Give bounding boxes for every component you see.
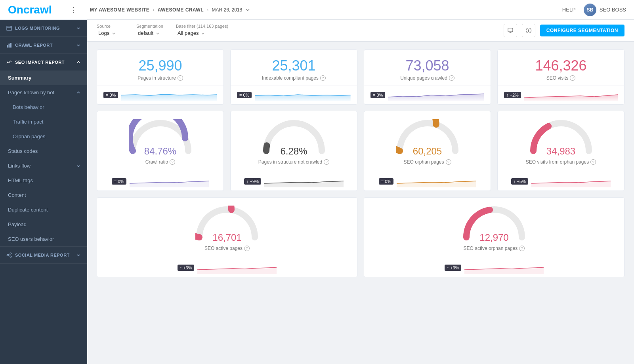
calendar-icon: [6, 25, 12, 31]
sidebar-item-bots-behavior[interactable]: Bots behavior: [0, 100, 87, 114]
user-name: SEO BOSS: [600, 7, 626, 13]
base-filter-label: Base filter (114,163 pages): [176, 24, 228, 29]
presentation-icon: [507, 27, 514, 34]
chevron-down-icon: [76, 164, 81, 168]
traffic-impact-label: Traffic impact: [13, 119, 43, 125]
svg-point-8: [10, 256, 11, 257]
base-filter-select[interactable]: All pages: [176, 29, 228, 37]
sparkline-svg: [121, 89, 217, 101]
gauge-wrapper: 84.76%: [129, 119, 192, 157]
main-layout: LOGS MONITORING CRAWL REPORT SEO IMPACT …: [0, 20, 634, 364]
gauge-cards-row: 84.76% Crawl ratio ? = 0%: [97, 111, 624, 191]
seo-impact-report-label: SEO IMPACT REPORT: [15, 60, 65, 65]
orphan-pages-label: Orphan pages: [13, 133, 45, 139]
gauge-label: Crawl ratio ?: [145, 159, 175, 165]
card-footer: ↑ +2%: [504, 86, 618, 104]
gauge-card: 16,701 SEO active pages ? ↑ +3%: [97, 197, 357, 277]
gauge-label: SEO orphan pages ?: [403, 159, 451, 165]
card-indexable-compliant: 25,301 Indexable compliant pages ? = 0%: [230, 50, 357, 105]
configure-segmentation-btn[interactable]: CONFIGURE SEGMENTATION: [540, 25, 624, 36]
gauge-wrapper: 12,970: [462, 206, 526, 243]
sidebar-item-seo-users[interactable]: SEO users behavior: [0, 232, 87, 246]
sidebar-item-social-media[interactable]: SOCIAL MEDIA REPORT: [0, 247, 87, 263]
pages-in-structure-value: 25,990: [103, 58, 217, 74]
help-circle-icon[interactable]: ?: [519, 246, 525, 251]
topbar-right: HELP SB SEO BOSS: [562, 4, 626, 16]
card-seo-visits: 146,326 SEO visits ? ↑ +2%: [497, 50, 624, 105]
svg-point-17: [528, 29, 529, 30]
sidebar-item-logs-monitoring[interactable]: LOGS MONITORING: [0, 20, 87, 36]
dots-menu[interactable]: ⋮: [69, 5, 78, 15]
segmentation-filter: Segmentation default: [136, 24, 168, 37]
pages-in-structure-label: Pages in structure ?: [103, 75, 217, 81]
sidebar-item-summary[interactable]: Summary: [0, 71, 87, 85]
breadcrumb-site[interactable]: MY AWESOME WEBSITE: [90, 7, 149, 13]
content-area: Source Logs Segmentation default Base fi…: [87, 20, 634, 364]
base-filter-value: All pages: [178, 30, 199, 36]
pages-known-label: Pages known by bot: [8, 90, 54, 95]
svg-marker-19: [255, 95, 351, 101]
badge-up: ↑ +2%: [504, 92, 521, 98]
chevron-down-icon: [245, 8, 250, 12]
help-circle-icon[interactable]: ?: [178, 75, 183, 81]
help-circle-icon[interactable]: ?: [446, 159, 451, 165]
gauge-sparkline-svg: [130, 175, 209, 187]
gauge-card: 6.28% Pages in structure not crawled ? ↑…: [230, 111, 357, 191]
gauge-sparkline-svg: [264, 175, 344, 187]
help-circle-icon[interactable]: ?: [324, 159, 329, 165]
logo-text: Oncrawl: [8, 4, 52, 16]
help-circle-icon[interactable]: ?: [170, 159, 175, 165]
segmentation-select[interactable]: default: [136, 29, 168, 37]
gauge-value: 12,970: [462, 232, 526, 243]
help-circle-icon[interactable]: ?: [244, 246, 250, 251]
sidebar-item-html-tags[interactable]: HTML tags: [0, 173, 87, 188]
topbar-divider: [62, 4, 62, 16]
svg-marker-24: [397, 181, 476, 187]
sidebar-item-payload[interactable]: Payload: [0, 217, 87, 232]
sidebar-item-traffic-impact[interactable]: Traffic impact: [0, 114, 87, 129]
svg-point-7: [10, 253, 11, 254]
sidebar-item-orphan-pages[interactable]: Orphan pages: [0, 129, 87, 144]
gauge-wrapper: 60,205: [396, 119, 459, 157]
help-link[interactable]: HELP: [562, 7, 576, 13]
card-pages-in-structure: 25,990 Pages in structure ? = 0%: [97, 50, 224, 105]
gauge-value: 84.76%: [129, 146, 192, 157]
gauge-cards-row-3: 16,701 SEO active pages ? ↑ +3%: [97, 197, 624, 277]
sidebar-item-links-flow[interactable]: Links flow: [0, 158, 87, 173]
gauge-card: 84.76% Crawl ratio ? = 0%: [97, 111, 224, 191]
sparkline: [255, 89, 351, 101]
chevron-down-icon: [76, 253, 81, 257]
presentation-icon-btn[interactable]: [504, 24, 517, 37]
gauge-sparkline-svg: [531, 175, 611, 187]
help-circle-icon[interactable]: ?: [449, 75, 454, 81]
gauge-value: 34,983: [529, 146, 593, 157]
info-icon-btn[interactable]: [522, 24, 535, 37]
sidebar-section-logs: LOGS MONITORING: [0, 20, 87, 37]
sidebar-item-seo-impact-report[interactable]: SEO IMPACT REPORT: [0, 54, 87, 71]
help-circle-icon[interactable]: ?: [590, 159, 596, 165]
gauge-wrapper: 16,701: [195, 206, 259, 243]
sidebar-item-duplicate-content[interactable]: Duplicate content: [0, 202, 87, 217]
sidebar-item-content[interactable]: Content: [0, 188, 87, 202]
source-select[interactable]: Logs: [97, 29, 128, 37]
breadcrumb-date[interactable]: MAR 26, 2018: [212, 7, 243, 13]
breadcrumb-crawl[interactable]: AWESOME CRAWL: [158, 7, 204, 13]
payload-label: Payload: [8, 221, 27, 227]
card-footer: ↑ +9%: [244, 172, 344, 191]
bar-chart-icon: [6, 42, 12, 48]
sidebar: LOGS MONITORING CRAWL REPORT SEO IMPACT …: [0, 20, 87, 364]
chevron-down-icon: [156, 31, 160, 35]
gauge-card: 34,983 SEO visits from orphan pages ? ↑ …: [497, 111, 624, 191]
sidebar-item-crawl-report[interactable]: CRAWL REPORT: [0, 37, 87, 53]
help-circle-icon[interactable]: ?: [320, 75, 326, 81]
breadcrumb: MY AWESOME WEBSITE › AWESOME CRAWL › MAR…: [90, 7, 562, 13]
card-unique-pages-crawled: 73,058 Unique pages crawled ? = 0%: [364, 50, 491, 105]
summary-label: Summary: [8, 75, 31, 81]
sidebar-item-status-codes[interactable]: Status codes: [0, 144, 87, 158]
chevron-down-icon: [201, 31, 205, 35]
sidebar-section-social: SOCIAL MEDIA REPORT: [0, 247, 87, 264]
help-circle-icon[interactable]: ?: [570, 75, 575, 81]
gauge-badge: = 0%: [379, 178, 393, 185]
sidebar-item-pages-known[interactable]: Pages known by bot: [0, 85, 87, 100]
user-badge[interactable]: SB SEO BOSS: [584, 4, 626, 16]
